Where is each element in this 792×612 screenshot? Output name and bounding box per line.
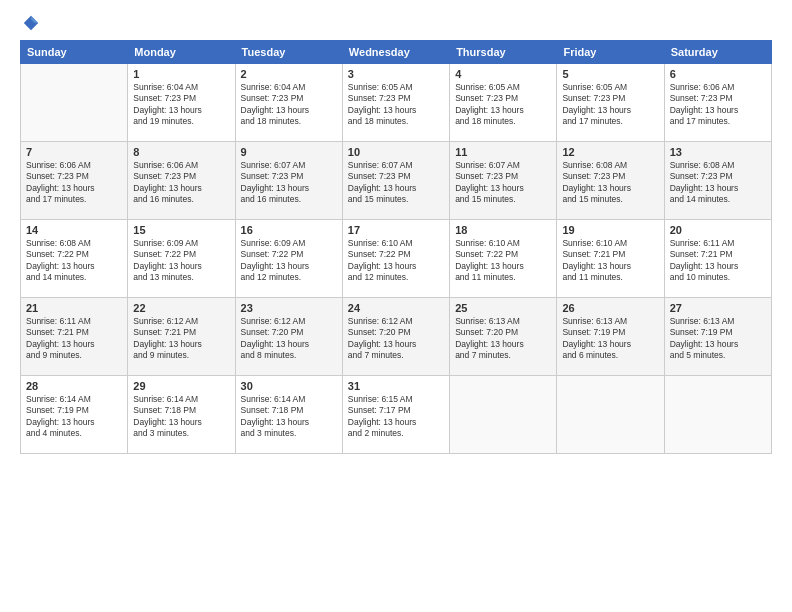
day-number: 25	[455, 302, 551, 314]
day-number: 9	[241, 146, 337, 158]
day-info: Sunrise: 6:10 AMSunset: 7:22 PMDaylight:…	[348, 238, 444, 284]
calendar-cell: 18Sunrise: 6:10 AMSunset: 7:22 PMDayligh…	[450, 220, 557, 298]
day-info: Sunrise: 6:14 AMSunset: 7:18 PMDaylight:…	[241, 394, 337, 440]
calendar-cell: 3Sunrise: 6:05 AMSunset: 7:23 PMDaylight…	[342, 64, 449, 142]
calendar-header-wednesday: Wednesday	[342, 41, 449, 64]
day-number: 28	[26, 380, 122, 392]
calendar-cell: 24Sunrise: 6:12 AMSunset: 7:20 PMDayligh…	[342, 298, 449, 376]
day-info: Sunrise: 6:04 AMSunset: 7:23 PMDaylight:…	[133, 82, 229, 128]
day-number: 27	[670, 302, 766, 314]
calendar-cell: 28Sunrise: 6:14 AMSunset: 7:19 PMDayligh…	[21, 376, 128, 454]
calendar-week-4: 21Sunrise: 6:11 AMSunset: 7:21 PMDayligh…	[21, 298, 772, 376]
logo	[20, 16, 40, 32]
day-number: 16	[241, 224, 337, 236]
logo-icon	[22, 14, 40, 32]
day-info: Sunrise: 6:05 AMSunset: 7:23 PMDaylight:…	[455, 82, 551, 128]
calendar-cell: 23Sunrise: 6:12 AMSunset: 7:20 PMDayligh…	[235, 298, 342, 376]
day-number: 21	[26, 302, 122, 314]
day-number: 2	[241, 68, 337, 80]
page-header	[20, 16, 772, 32]
day-number: 20	[670, 224, 766, 236]
day-info: Sunrise: 6:09 AMSunset: 7:22 PMDaylight:…	[241, 238, 337, 284]
calendar-cell: 21Sunrise: 6:11 AMSunset: 7:21 PMDayligh…	[21, 298, 128, 376]
day-number: 12	[562, 146, 658, 158]
day-number: 6	[670, 68, 766, 80]
calendar-cell: 14Sunrise: 6:08 AMSunset: 7:22 PMDayligh…	[21, 220, 128, 298]
calendar-cell: 16Sunrise: 6:09 AMSunset: 7:22 PMDayligh…	[235, 220, 342, 298]
day-info: Sunrise: 6:12 AMSunset: 7:20 PMDaylight:…	[241, 316, 337, 362]
calendar-cell: 29Sunrise: 6:14 AMSunset: 7:18 PMDayligh…	[128, 376, 235, 454]
calendar-cell: 13Sunrise: 6:08 AMSunset: 7:23 PMDayligh…	[664, 142, 771, 220]
day-number: 13	[670, 146, 766, 158]
calendar-cell	[450, 376, 557, 454]
day-number: 5	[562, 68, 658, 80]
day-number: 19	[562, 224, 658, 236]
day-number: 30	[241, 380, 337, 392]
calendar-cell: 25Sunrise: 6:13 AMSunset: 7:20 PMDayligh…	[450, 298, 557, 376]
day-info: Sunrise: 6:11 AMSunset: 7:21 PMDaylight:…	[670, 238, 766, 284]
calendar-cell: 31Sunrise: 6:15 AMSunset: 7:17 PMDayligh…	[342, 376, 449, 454]
calendar-cell: 11Sunrise: 6:07 AMSunset: 7:23 PMDayligh…	[450, 142, 557, 220]
day-info: Sunrise: 6:15 AMSunset: 7:17 PMDaylight:…	[348, 394, 444, 440]
day-number: 31	[348, 380, 444, 392]
day-number: 11	[455, 146, 551, 158]
day-info: Sunrise: 6:06 AMSunset: 7:23 PMDaylight:…	[670, 82, 766, 128]
day-info: Sunrise: 6:11 AMSunset: 7:21 PMDaylight:…	[26, 316, 122, 362]
calendar-cell	[664, 376, 771, 454]
calendar-cell: 9Sunrise: 6:07 AMSunset: 7:23 PMDaylight…	[235, 142, 342, 220]
calendar-table: SundayMondayTuesdayWednesdayThursdayFrid…	[20, 40, 772, 454]
day-info: Sunrise: 6:13 AMSunset: 7:20 PMDaylight:…	[455, 316, 551, 362]
day-info: Sunrise: 6:14 AMSunset: 7:18 PMDaylight:…	[133, 394, 229, 440]
day-number: 4	[455, 68, 551, 80]
day-info: Sunrise: 6:13 AMSunset: 7:19 PMDaylight:…	[670, 316, 766, 362]
calendar-cell: 2Sunrise: 6:04 AMSunset: 7:23 PMDaylight…	[235, 64, 342, 142]
calendar-cell	[21, 64, 128, 142]
day-number: 23	[241, 302, 337, 314]
day-info: Sunrise: 6:12 AMSunset: 7:21 PMDaylight:…	[133, 316, 229, 362]
day-info: Sunrise: 6:12 AMSunset: 7:20 PMDaylight:…	[348, 316, 444, 362]
day-number: 22	[133, 302, 229, 314]
day-number: 15	[133, 224, 229, 236]
calendar-header-saturday: Saturday	[664, 41, 771, 64]
day-info: Sunrise: 6:07 AMSunset: 7:23 PMDaylight:…	[348, 160, 444, 206]
day-info: Sunrise: 6:08 AMSunset: 7:23 PMDaylight:…	[670, 160, 766, 206]
day-number: 14	[26, 224, 122, 236]
calendar-header-row: SundayMondayTuesdayWednesdayThursdayFrid…	[21, 41, 772, 64]
calendar-cell: 15Sunrise: 6:09 AMSunset: 7:22 PMDayligh…	[128, 220, 235, 298]
calendar-header-tuesday: Tuesday	[235, 41, 342, 64]
calendar-cell: 5Sunrise: 6:05 AMSunset: 7:23 PMDaylight…	[557, 64, 664, 142]
day-info: Sunrise: 6:05 AMSunset: 7:23 PMDaylight:…	[348, 82, 444, 128]
calendar-week-5: 28Sunrise: 6:14 AMSunset: 7:19 PMDayligh…	[21, 376, 772, 454]
calendar-cell: 1Sunrise: 6:04 AMSunset: 7:23 PMDaylight…	[128, 64, 235, 142]
calendar-week-3: 14Sunrise: 6:08 AMSunset: 7:22 PMDayligh…	[21, 220, 772, 298]
calendar-cell: 26Sunrise: 6:13 AMSunset: 7:19 PMDayligh…	[557, 298, 664, 376]
calendar-cell: 7Sunrise: 6:06 AMSunset: 7:23 PMDaylight…	[21, 142, 128, 220]
day-info: Sunrise: 6:08 AMSunset: 7:22 PMDaylight:…	[26, 238, 122, 284]
day-number: 26	[562, 302, 658, 314]
calendar-header-thursday: Thursday	[450, 41, 557, 64]
day-number: 3	[348, 68, 444, 80]
calendar-cell: 8Sunrise: 6:06 AMSunset: 7:23 PMDaylight…	[128, 142, 235, 220]
calendar-header-sunday: Sunday	[21, 41, 128, 64]
day-number: 7	[26, 146, 122, 158]
day-number: 29	[133, 380, 229, 392]
day-number: 10	[348, 146, 444, 158]
day-info: Sunrise: 6:14 AMSunset: 7:19 PMDaylight:…	[26, 394, 122, 440]
day-info: Sunrise: 6:07 AMSunset: 7:23 PMDaylight:…	[455, 160, 551, 206]
day-number: 24	[348, 302, 444, 314]
day-info: Sunrise: 6:06 AMSunset: 7:23 PMDaylight:…	[26, 160, 122, 206]
day-number: 17	[348, 224, 444, 236]
day-info: Sunrise: 6:07 AMSunset: 7:23 PMDaylight:…	[241, 160, 337, 206]
calendar-cell: 6Sunrise: 6:06 AMSunset: 7:23 PMDaylight…	[664, 64, 771, 142]
calendar-cell: 12Sunrise: 6:08 AMSunset: 7:23 PMDayligh…	[557, 142, 664, 220]
calendar-cell: 10Sunrise: 6:07 AMSunset: 7:23 PMDayligh…	[342, 142, 449, 220]
calendar-cell	[557, 376, 664, 454]
calendar-header-friday: Friday	[557, 41, 664, 64]
day-info: Sunrise: 6:10 AMSunset: 7:21 PMDaylight:…	[562, 238, 658, 284]
day-info: Sunrise: 6:10 AMSunset: 7:22 PMDaylight:…	[455, 238, 551, 284]
day-info: Sunrise: 6:06 AMSunset: 7:23 PMDaylight:…	[133, 160, 229, 206]
calendar-cell: 17Sunrise: 6:10 AMSunset: 7:22 PMDayligh…	[342, 220, 449, 298]
day-number: 1	[133, 68, 229, 80]
day-number: 18	[455, 224, 551, 236]
calendar-cell: 30Sunrise: 6:14 AMSunset: 7:18 PMDayligh…	[235, 376, 342, 454]
